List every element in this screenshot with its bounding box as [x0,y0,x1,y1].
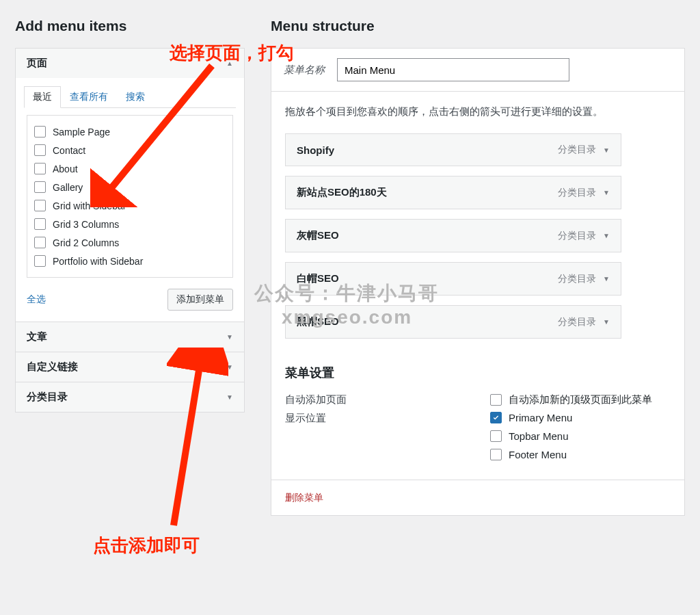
menu-structure-title: Menu structure [271,18,685,34]
menu-name-label: 菜单名称 [284,64,325,77]
location-option[interactable]: Primary Menu [490,412,572,423]
page-checkbox[interactable] [34,181,46,193]
triangle-down-icon: ▼ [226,333,233,341]
custom-links-section-header[interactable]: 自定义链接 ▼ [16,352,244,382]
triangle-up-icon: ▲ [226,60,233,67]
annotation-bottom: 点击添加即可 [93,534,200,558]
menu-structure-pane: Menu structure 菜单名称 拖放各个项目到您喜欢的顺序，点击右侧的箭… [271,18,685,516]
triangle-down-icon: ▼ [603,232,610,239]
add-to-menu-button[interactable]: 添加到菜单 [167,289,233,311]
delete-menu-link[interactable]: 删除菜单 [285,492,323,503]
list-item[interactable]: Grid 2 Columns [34,233,226,252]
pages-section-header[interactable]: 页面 ▲ [16,49,244,78]
location-checkbox[interactable] [490,449,502,460]
location-checkbox[interactable] [490,430,502,442]
page-checkbox[interactable] [34,200,46,211]
add-menu-items-title: Add menu items [15,18,245,34]
select-all-link[interactable]: 全选 [27,293,46,306]
list-item[interactable]: Gallery [34,178,226,196]
triangle-down-icon: ▼ [603,189,610,196]
location-option[interactable]: Footer Menu [490,449,572,460]
menu-item[interactable]: Shopify 分类目录▼ [285,133,621,166]
list-item[interactable]: Portfolio with Sidebar [34,252,226,270]
menu-settings-header: 菜单设置 [285,365,671,381]
categories-section-header[interactable]: 分类目录 ▼ [16,382,244,412]
menu-item[interactable]: 新站点SEO的180天 分类目录▼ [285,176,621,209]
triangle-down-icon: ▼ [603,318,610,326]
list-item[interactable]: Sample Page [34,122,226,141]
pages-list: Sample Page Contact About Gallery Grid w… [27,115,233,278]
page-checkbox[interactable] [34,144,46,156]
tab-search[interactable]: 搜索 [117,86,154,108]
add-menu-items-pane: Add menu items 页面 ▲ 最近 查看所有 搜索 Sample Pa… [15,18,245,516]
tab-recent[interactable]: 最近 [24,86,61,108]
menu-item[interactable]: 白帽SEO 分类目录▼ [285,262,621,296]
list-item[interactable]: About [34,159,226,178]
display-location-label: 显示位置 [285,412,490,425]
location-option[interactable]: Topbar Menu [490,430,572,442]
page-checkbox[interactable] [34,255,46,267]
triangle-down-icon: ▼ [603,275,610,283]
list-item[interactable]: Contact [34,141,226,159]
structure-description: 拖放各个项目到您喜欢的顺序，点击右侧的箭头可进行更详细的设置。 [285,105,671,118]
tab-view-all[interactable]: 查看所有 [61,86,117,108]
triangle-down-icon: ▼ [603,146,610,154]
triangle-down-icon: ▼ [226,393,233,401]
page-checkbox[interactable] [34,237,46,248]
list-item[interactable]: Grid 3 Columns [34,215,226,233]
posts-section-header[interactable]: 文章 ▼ [16,322,244,352]
auto-add-checkbox[interactable] [490,394,502,406]
location-checkbox[interactable] [490,412,502,423]
menu-name-input[interactable] [337,58,569,81]
menu-item[interactable]: 灰帽SEO 分类目录▼ [285,219,621,252]
page-checkbox[interactable] [34,218,46,230]
auto-add-option[interactable]: 自动添加新的顶级页面到此菜单 [490,393,652,406]
menu-item[interactable]: 黑帽SEO 分类目录▼ [285,305,621,339]
page-checkbox[interactable] [34,163,46,174]
list-item[interactable]: Grid with Sidebar [34,196,226,215]
triangle-down-icon: ▼ [226,363,233,371]
page-checkbox[interactable] [34,126,46,138]
auto-add-label: 自动添加页面 [285,393,490,406]
